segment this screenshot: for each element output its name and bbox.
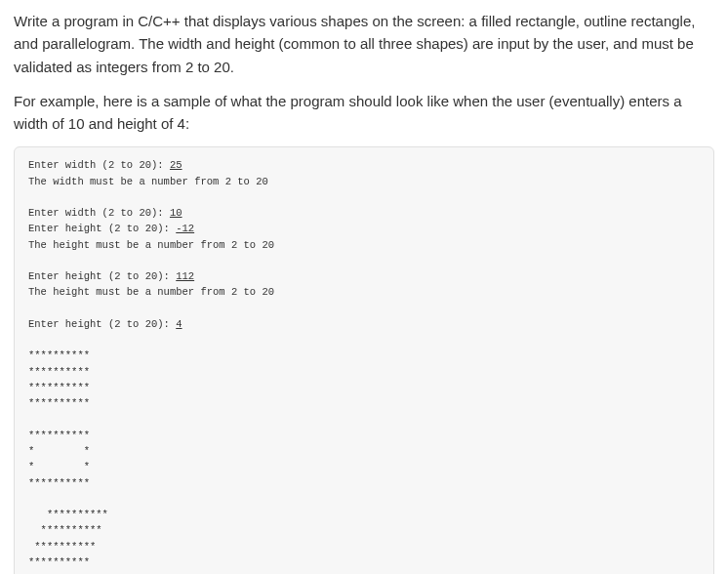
shape-row: **********	[28, 397, 90, 409]
user-input: 25	[170, 159, 182, 171]
shape-row: **********	[28, 349, 90, 361]
shape-row: **********	[28, 541, 96, 553]
shape-row: **********	[28, 509, 108, 520]
intro-paragraph-1: Write a program in C/C++ that displays v…	[14, 10, 714, 78]
shape-row: **********	[28, 556, 90, 568]
sample-output-block: Enter width (2 to 20): 25 The width must…	[14, 146, 714, 574]
user-input: 4	[176, 318, 182, 330]
shape-row: **********	[28, 366, 90, 378]
shape-row: **********	[28, 382, 90, 393]
shape-row: * *	[28, 461, 90, 472]
user-input: 10	[170, 207, 182, 219]
code-line: Enter width (2 to 20):	[28, 159, 170, 171]
code-line: Enter height (2 to 20):	[28, 318, 176, 330]
code-line: Enter height (2 to 20):	[28, 270, 176, 282]
shape-row: **********	[28, 430, 90, 441]
code-line: The height must be a number from 2 to 20	[28, 286, 274, 298]
shape-row: **********	[28, 524, 102, 536]
shape-row: **********	[28, 477, 90, 489]
shape-row: * *	[28, 445, 90, 457]
code-line: The width must be a number from 2 to 20	[28, 176, 268, 187]
user-input: -12	[176, 223, 194, 234]
code-line: Enter width (2 to 20):	[28, 207, 170, 219]
intro-paragraph-2: For example, here is a sample of what th…	[14, 90, 714, 136]
code-line: The height must be a number from 2 to 20	[28, 239, 274, 251]
code-line: Enter height (2 to 20):	[28, 223, 176, 234]
user-input: 112	[176, 270, 194, 282]
